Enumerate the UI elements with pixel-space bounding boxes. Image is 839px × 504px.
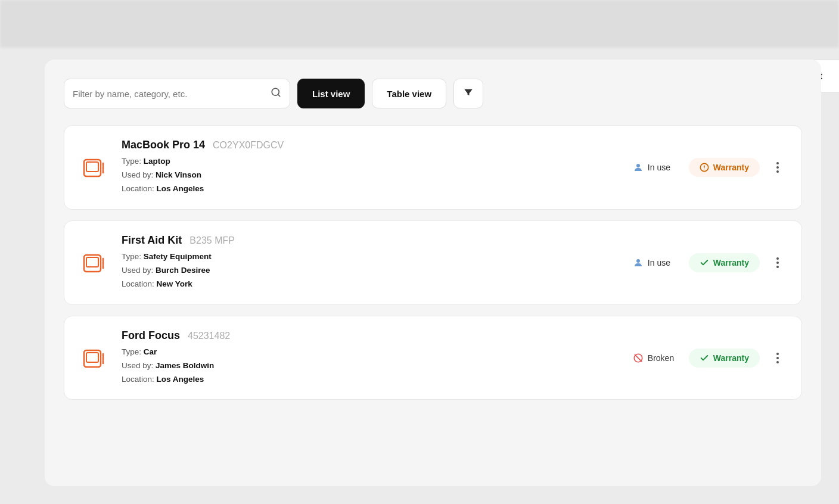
status-badge-ford: Broken — [633, 353, 680, 363]
filter-icon — [463, 87, 474, 101]
status-label-macbook: In use — [648, 163, 670, 172]
asset-title-macbook: MacBook Pro 14 CO2YX0FDGCV — [122, 139, 621, 151]
asset-title-ford: Ford Focus 45231482 — [122, 329, 621, 342]
asset-icon-ford — [79, 343, 110, 374]
warranty-label-macbook: Warranty — [713, 163, 749, 172]
asset-meta-macbook: Type: Laptop Used by: Nick Vinson Locati… — [122, 155, 621, 196]
asset-meta-firstaid: Type: Safety Equipment Used by: Burch De… — [122, 250, 621, 291]
search-input[interactable] — [73, 89, 266, 99]
more-button-ford[interactable] — [768, 349, 787, 368]
svg-rect-18 — [86, 353, 98, 362]
search-input-wrap[interactable] — [64, 79, 290, 108]
svg-line-23 — [635, 354, 641, 361]
table-row: Ford Focus 45231482 Type: Car Used by: J… — [64, 316, 802, 400]
dots-icon — [776, 353, 779, 363]
asset-title-firstaid: First Aid Kit B235 MFP — [122, 234, 621, 247]
svg-point-16 — [636, 259, 640, 263]
status-label-ford: Broken — [648, 353, 674, 363]
warranty-label-firstaid: Warranty — [713, 258, 749, 267]
asset-right-macbook: In use Warranty — [633, 158, 787, 177]
more-button-firstaid[interactable] — [768, 253, 787, 272]
search-icon — [271, 87, 281, 100]
warranty-warning-icon — [700, 163, 709, 172]
asset-list: MacBook Pro 14 CO2YX0FDGCV Type: Laptop … — [64, 125, 802, 400]
asset-right-firstaid: In use Warranty — [633, 253, 787, 272]
asset-right-ford: Broken Warranty — [633, 349, 787, 368]
broken-icon — [633, 353, 644, 363]
more-button-macbook[interactable] — [768, 158, 787, 177]
filter-button[interactable] — [453, 79, 483, 108]
svg-rect-3 — [86, 162, 98, 172]
svg-line-1 — [278, 94, 279, 96]
svg-rect-12 — [86, 257, 98, 267]
warranty-label-ford: Warranty — [713, 353, 749, 363]
list-view-button[interactable]: List view — [297, 79, 365, 108]
asset-icon-macbook — [79, 152, 110, 183]
warranty-check-icon-2 — [700, 353, 709, 363]
status-badge-firstaid: In use — [633, 257, 680, 268]
status-badge-macbook: In use — [633, 162, 680, 173]
svg-point-10 — [704, 169, 704, 169]
asset-icon-firstaid — [79, 247, 110, 278]
table-view-button[interactable]: Table view — [372, 79, 446, 108]
top-blur-area — [0, 0, 839, 48]
person-icon — [633, 257, 644, 268]
asset-info-firstaid: First Aid Kit B235 MFP Type: Safety Equi… — [122, 234, 621, 291]
table-row: First Aid Kit B235 MFP Type: Safety Equi… — [64, 220, 802, 305]
main-panel: List view Table view — [45, 60, 821, 486]
status-label-firstaid: In use — [648, 258, 670, 267]
dots-icon — [776, 257, 779, 268]
toolbar: List view Table view — [64, 79, 802, 108]
warranty-badge-firstaid: Warranty — [689, 253, 760, 272]
asset-info-macbook: MacBook Pro 14 CO2YX0FDGCV Type: Laptop … — [122, 139, 621, 196]
dots-icon — [776, 162, 779, 173]
warranty-badge-macbook: Warranty — [689, 158, 760, 177]
table-row: MacBook Pro 14 CO2YX0FDGCV Type: Laptop … — [64, 125, 802, 210]
warranty-badge-ford: Warranty — [689, 349, 760, 368]
warranty-check-icon — [700, 258, 709, 267]
asset-meta-ford: Type: Car Used by: James Boldwin Locatio… — [122, 346, 621, 387]
person-icon — [633, 162, 644, 173]
svg-point-7 — [636, 164, 640, 167]
asset-info-ford: Ford Focus 45231482 Type: Car Used by: J… — [122, 329, 621, 387]
